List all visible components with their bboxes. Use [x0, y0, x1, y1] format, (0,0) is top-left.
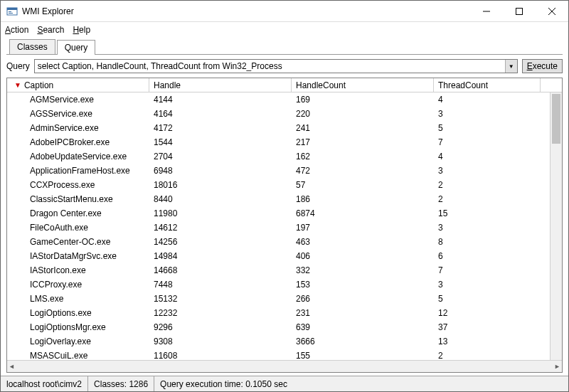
table-row[interactable]: ICCProxy.exe74481533: [7, 277, 562, 292]
close-icon: [548, 8, 555, 15]
tab-query[interactable]: Query: [57, 40, 96, 55]
status-path: localhost root\cimv2: [1, 376, 88, 391]
table-row[interactable]: LogiOptionsMgr.exe929663937: [7, 320, 562, 334]
cell-threadcount: 2: [434, 194, 541, 204]
svg-rect-3: [9, 13, 13, 14]
close-button[interactable]: [536, 1, 568, 22]
table-row[interactable]: LMS.exe151322665: [7, 292, 562, 306]
svg-rect-5: [516, 8, 523, 14]
cell-caption: IAStorDataMgrSvc.exe: [7, 251, 149, 261]
table-row[interactable]: IAStorDataMgrSvc.exe149844066: [7, 249, 562, 263]
cell-caption: AdobeUpdateService.exe: [7, 152, 149, 161]
cell-caption: AGMService.exe: [7, 95, 149, 105]
cell-threadcount: 4: [434, 95, 541, 105]
cell-handle: 4144: [149, 95, 292, 105]
cell-handle: 9308: [149, 337, 292, 346]
column-header-caption[interactable]: ▼ Caption: [7, 78, 149, 92]
horizontal-scrollbar[interactable]: ◄ ►: [7, 360, 562, 372]
status-classes: Classes: 1286: [88, 376, 154, 391]
status-bar: localhost root\cimv2 Classes: 1286 Query…: [1, 376, 568, 391]
cell-handlecount: 220: [292, 109, 434, 119]
app-icon: [6, 6, 18, 17]
query-dropdown-button[interactable]: ▼: [505, 60, 517, 73]
cell-handle: 4172: [149, 123, 292, 133]
results-table: ▼ Caption Handle HandleCount ThreadCount…: [6, 78, 563, 373]
table-row[interactable]: AdminService.exe41722415: [7, 121, 562, 135]
maximize-icon: [516, 8, 523, 15]
cell-handle: 18016: [149, 180, 292, 190]
scroll-right-icon[interactable]: ►: [554, 363, 560, 370]
cell-threadcount: 3: [434, 109, 541, 119]
column-header-threadcount[interactable]: ThreadCount: [434, 78, 541, 92]
table-row[interactable]: FileCoAuth.exe146121973: [7, 221, 562, 235]
cell-threadcount: 2: [434, 180, 541, 190]
cell-handle: 11980: [149, 208, 292, 218]
menu-help-rest: elp: [79, 25, 90, 35]
cell-handle: 7448: [149, 280, 292, 290]
cell-handlecount: 153: [292, 280, 434, 290]
minimize-button[interactable]: [470, 1, 503, 22]
table-row[interactable]: AGMService.exe41441694: [7, 92, 562, 107]
cell-handle: 2704: [149, 152, 292, 161]
query-combo[interactable]: ▼: [34, 59, 518, 73]
column-header-handlecount[interactable]: HandleCount: [292, 78, 434, 92]
cell-handlecount: 332: [292, 265, 434, 275]
table-row[interactable]: AGSService.exe41642203: [7, 107, 562, 121]
tab-strip: Classes Query: [6, 38, 563, 55]
cell-handle: 11608: [149, 351, 292, 361]
cell-caption: ICCProxy.exe: [7, 280, 149, 290]
table-row[interactable]: LogiOptions.exe1223223112: [7, 306, 562, 320]
cell-caption: CCXProcess.exe: [7, 180, 149, 190]
cell-caption: LogiOptions.exe: [7, 308, 149, 318]
execute-rest: xecute: [533, 61, 558, 71]
menu-search[interactable]: Search: [37, 25, 64, 35]
table-row[interactable]: CCXProcess.exe18016572: [7, 178, 562, 192]
cell-caption: Dragon Center.exe: [7, 208, 149, 218]
chevron-down-icon: ▼: [509, 63, 514, 70]
cell-handlecount: 472: [292, 166, 434, 176]
column-header-caption-label: Caption: [24, 80, 53, 90]
query-input[interactable]: [35, 60, 505, 73]
menu-help[interactable]: Help: [73, 25, 90, 35]
table-row[interactable]: LogiOverlay.exe9308366613: [7, 334, 562, 349]
table-row[interactable]: AdobeIPCBroker.exe15442177: [7, 135, 562, 149]
cell-threadcount: 5: [434, 123, 541, 133]
scrollbar-thumb[interactable]: [552, 94, 560, 144]
cell-threadcount: 8: [434, 237, 541, 247]
table-row[interactable]: IAStorIcon.exe146683327: [7, 263, 562, 277]
query-row: Query ▼ Execute: [1, 55, 568, 78]
cell-handlecount: 162: [292, 152, 434, 161]
svg-rect-2: [9, 11, 11, 12]
menu-action[interactable]: Action: [5, 25, 28, 35]
table-row[interactable]: ApplicationFrameHost.exe69484723: [7, 164, 562, 178]
window-title: WMI Explorer: [22, 6, 74, 16]
cell-threadcount: 7: [434, 137, 541, 147]
vertical-scrollbar[interactable]: [550, 92, 562, 360]
table-row[interactable]: Dragon Center.exe11980687415: [7, 206, 562, 221]
table-row[interactable]: ClassicStartMenu.exe84401862: [7, 192, 562, 206]
cell-handle: 14984: [149, 251, 292, 261]
cell-handle: 4164: [149, 109, 292, 119]
menu-bar: Action Search Help: [1, 22, 568, 38]
cell-caption: MSASCuiL.exe: [7, 351, 149, 361]
table-row[interactable]: GameCenter-OC.exe142564638: [7, 235, 562, 249]
status-exec-value: 0.1050 sec: [245, 379, 287, 389]
cell-caption: ApplicationFrameHost.exe: [7, 166, 149, 176]
cell-threadcount: 6: [434, 251, 541, 261]
status-classes-count: 1286: [129, 379, 148, 389]
table-row[interactable]: AdobeUpdateService.exe27041624: [7, 149, 562, 164]
column-header-handle[interactable]: Handle: [149, 78, 292, 92]
cell-caption: LogiOptionsMgr.exe: [7, 322, 149, 332]
status-exec-label: Query execution time:: [160, 379, 243, 389]
maximize-button[interactable]: [503, 1, 536, 22]
cell-handlecount: 155: [292, 351, 434, 361]
cell-handle: 14668: [149, 265, 292, 275]
cell-caption: FileCoAuth.exe: [7, 223, 149, 233]
scroll-left-icon[interactable]: ◄: [9, 363, 15, 370]
tab-classes[interactable]: Classes: [9, 39, 55, 54]
execute-button[interactable]: Execute: [522, 59, 563, 73]
cell-handle: 14612: [149, 223, 292, 233]
cell-handlecount: 463: [292, 237, 434, 247]
cell-handlecount: 231: [292, 308, 434, 318]
cell-handlecount: 639: [292, 322, 434, 332]
